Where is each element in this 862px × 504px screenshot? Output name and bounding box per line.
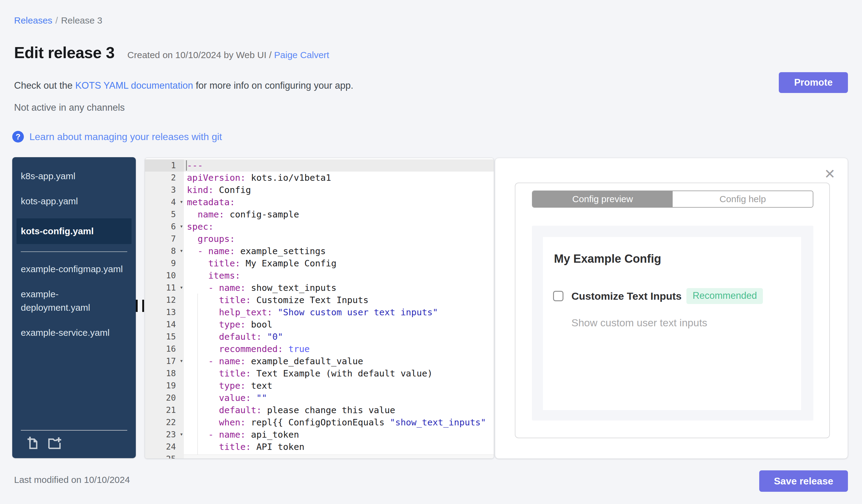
code-text: when: repl{{ ConfigOptionEquals "show_te… bbox=[184, 416, 494, 428]
editor-line-6[interactable]: 6▾spec: bbox=[145, 221, 494, 233]
code-text: --- bbox=[184, 159, 494, 172]
gutter-line-number: 16 bbox=[145, 343, 184, 355]
tab-config-help[interactable]: Config help bbox=[672, 191, 813, 207]
gutter-line-number: 1 bbox=[145, 159, 184, 172]
breadcrumb-releases-link[interactable]: Releases bbox=[14, 15, 52, 25]
code-text: title: API token bbox=[184, 441, 494, 453]
edit-release-page: Releases/Release 3 Edit release 3 Create… bbox=[0, 0, 862, 504]
gutter-line-number: 15 bbox=[145, 331, 184, 343]
created-author-link[interactable]: Paige Calvert bbox=[274, 50, 329, 60]
tab-config-preview[interactable]: Config preview bbox=[533, 191, 672, 207]
git-help-row: ? Learn about managing your releases wit… bbox=[12, 131, 222, 143]
file-item-example-service.yaml[interactable]: example-service.yaml bbox=[16, 325, 132, 341]
editor-horizontal-scrollbar[interactable] bbox=[184, 454, 494, 459]
gutter-line-number: 10 bbox=[145, 269, 184, 282]
fold-arrow-icon[interactable]: ▾ bbox=[180, 428, 183, 440]
text-cursor bbox=[186, 160, 187, 171]
fold-arrow-icon[interactable]: ▾ bbox=[180, 355, 183, 367]
code-text: recommended: true bbox=[184, 343, 494, 355]
editor-line-7[interactable]: 7 groups: bbox=[145, 233, 494, 245]
file-group-divider bbox=[21, 251, 127, 252]
doc-note-post: for more info on configuring your app. bbox=[193, 80, 353, 91]
gutter-line-number: 20 bbox=[145, 392, 184, 404]
doc-note: Check out the KOTS YAML documentation fo… bbox=[14, 80, 353, 91]
recommended-badge: Recommended bbox=[687, 288, 763, 304]
config-checkbox[interactable] bbox=[553, 291, 563, 301]
gutter-line-number: 14 bbox=[145, 318, 184, 331]
config-preview-panel: ✕ Config previewConfig help My Example C… bbox=[495, 158, 848, 459]
file-item-k8s-app.yaml[interactable]: k8s-app.yaml bbox=[16, 168, 132, 184]
code-text: kind: Config bbox=[184, 184, 494, 196]
new-file-icon[interactable] bbox=[25, 436, 40, 450]
gutter-line-number: 13 bbox=[145, 306, 184, 318]
file-item-example-configmap.yaml[interactable]: example-configmap.yaml bbox=[16, 261, 132, 277]
editor-line-1[interactable]: 1--- bbox=[145, 159, 494, 172]
editor-line-5[interactable]: 5 name: config-sample bbox=[145, 208, 494, 221]
editor-line-2[interactable]: 2apiVersion: kots.io/v1beta1 bbox=[145, 172, 494, 184]
editor-line-4[interactable]: 4▾metadata: bbox=[145, 196, 494, 208]
gutter-line-number: 24 bbox=[145, 441, 184, 453]
editor-line-8[interactable]: 8▾ - name: example_settings bbox=[145, 245, 494, 257]
config-preview-form: My Example Config Customize Text Inputs … bbox=[543, 237, 801, 410]
code-text: - name: api_token bbox=[184, 428, 494, 441]
code-text: spec: bbox=[184, 221, 494, 233]
doc-note-pre: Check out the bbox=[14, 80, 75, 91]
code-text: default: please change this value bbox=[184, 404, 494, 416]
editor-line-9[interactable]: 9 title: My Example Config bbox=[145, 257, 494, 269]
indent-guide bbox=[197, 294, 198, 456]
gutter-line-number: 18 bbox=[145, 367, 184, 380]
code-text: metadata: bbox=[184, 196, 494, 208]
code-text: default: "0" bbox=[184, 331, 494, 343]
gutter-line-number: 22 bbox=[145, 416, 184, 428]
close-icon[interactable]: ✕ bbox=[824, 167, 835, 181]
sidebar-resize-handle[interactable] bbox=[136, 300, 144, 312]
gutter-line-number: 4▾ bbox=[145, 196, 184, 208]
editor-line-11[interactable]: 11▾ - name: show_text_inputs bbox=[145, 282, 494, 294]
file-sidebar: k8s-app.yamlkots-app.yamlkots-config.yam… bbox=[12, 157, 136, 458]
kots-yaml-doc-link[interactable]: KOTS YAML documentation bbox=[75, 80, 193, 91]
code-text: title: Customize Text Inputs bbox=[184, 294, 494, 306]
editor-line-3[interactable]: 3kind: Config bbox=[145, 184, 494, 196]
file-list: k8s-app.yamlkots-app.yamlkots-config.yam… bbox=[12, 168, 136, 430]
fold-arrow-icon[interactable]: ▾ bbox=[180, 220, 183, 232]
code-text: type: bool bbox=[184, 318, 494, 331]
file-item-example-deployment.yaml[interactable]: example-deployment.yaml bbox=[16, 286, 132, 316]
help-icon: ? bbox=[12, 131, 24, 143]
breadcrumb-current: Release 3 bbox=[61, 15, 102, 25]
gutter-line-number: 9 bbox=[145, 257, 184, 269]
config-preview-background: My Example Config Customize Text Inputs … bbox=[532, 226, 813, 421]
gutter-line-number: 2 bbox=[145, 172, 184, 184]
editor-line-10[interactable]: 10 items: bbox=[145, 269, 494, 282]
config-item-help: Show custom user text inputs bbox=[571, 317, 801, 329]
yaml-editor[interactable]: 1---2apiVersion: kots.io/v1beta13kind: C… bbox=[145, 158, 494, 459]
gutter-line-number: 17▾ bbox=[145, 355, 184, 367]
code-text: title: Text Example (with default value) bbox=[184, 367, 494, 380]
page-title: Edit release 3 bbox=[14, 43, 114, 62]
file-item-kots-config.yaml[interactable]: kots-config.yaml bbox=[16, 218, 132, 244]
gutter-line-number: 11▾ bbox=[145, 282, 184, 294]
config-preview-card: Config previewConfig help My Example Con… bbox=[515, 183, 830, 438]
fold-arrow-icon[interactable]: ▾ bbox=[180, 281, 183, 293]
fold-arrow-icon[interactable]: ▾ bbox=[180, 196, 183, 208]
code-text: - name: example_default_value bbox=[184, 355, 494, 367]
code-text: apiVersion: kots.io/v1beta1 bbox=[184, 172, 494, 184]
sidebar-footer bbox=[21, 430, 127, 458]
git-releases-link[interactable]: Learn about managing your releases with … bbox=[29, 131, 222, 143]
code-text: title: My Example Config bbox=[184, 257, 494, 269]
gutter-line-number: 25 bbox=[145, 453, 184, 459]
save-release-button[interactable]: Save release bbox=[759, 470, 848, 492]
code-text: - name: show_text_inputs bbox=[184, 282, 494, 294]
code-text: - name: example_settings bbox=[184, 245, 494, 257]
config-item-row: Customize Text Inputs Recommended bbox=[553, 288, 801, 304]
fold-arrow-icon[interactable]: ▾ bbox=[180, 244, 183, 256]
new-folder-icon[interactable] bbox=[47, 436, 62, 450]
gutter-line-number: 23▾ bbox=[145, 428, 184, 441]
promote-button[interactable]: Promote bbox=[779, 72, 848, 93]
created-line: Created on 10/10/2024 by Web UI / Paige … bbox=[127, 50, 329, 60]
gutter-line-number: 7 bbox=[145, 233, 184, 245]
gutter-line-number: 3 bbox=[145, 184, 184, 196]
gutter-line-number: 8▾ bbox=[145, 245, 184, 257]
code-text: groups: bbox=[184, 233, 494, 245]
code-text: items: bbox=[184, 269, 494, 282]
file-item-kots-app.yaml[interactable]: kots-app.yaml bbox=[16, 193, 132, 209]
